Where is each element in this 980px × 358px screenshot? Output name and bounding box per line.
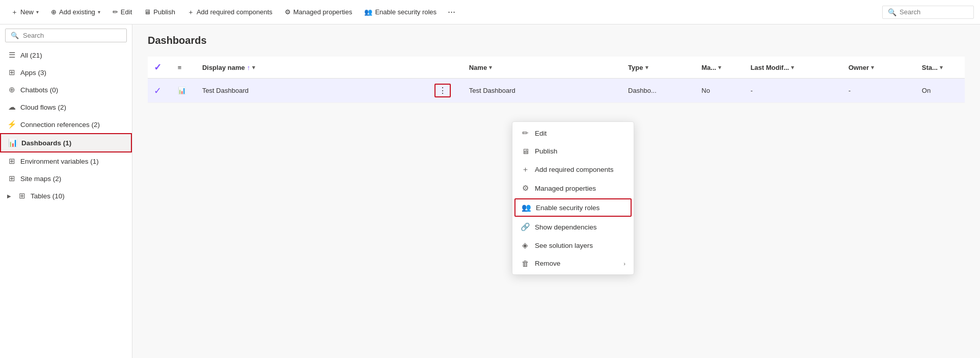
sidebar-item-apps-label: Apps (3) [20,69,46,76]
new-chevron-icon: ▾ [36,9,39,15]
chatbots-icon: ⊕ [7,85,16,94]
apps-icon: ⊞ [7,68,16,77]
modified-col-label: Last Modif... [750,64,789,71]
remove-menu-icon: 🗑 [521,259,530,268]
sidebar-item-tables-label: Tables (10) [31,192,65,200]
status-col-label: Sta... [922,64,938,71]
menu-item-edit[interactable]: ✏ Edit [512,124,634,142]
sidebar-item-chatbots[interactable]: ⊕ Chatbots (0) [0,81,132,98]
status-filter-icon[interactable]: ▾ [940,64,943,71]
toolbar-search-input[interactable] [900,8,968,16]
publish-button[interactable]: 🖥 Publish [139,5,180,19]
sidebar-item-cloud-flows[interactable]: ☁ Cloud flows (2) [0,98,132,116]
sidebar: 🔍 ☰ All (21) ⊞ Apps (3) ⊕ Chatbots (0) ☁… [0,24,132,358]
row-owner: - [842,79,916,103]
add-existing-icon: ⊕ [51,8,57,16]
menu-item-managed-props[interactable]: ⚙ Managed properties [512,179,634,197]
sidebar-item-site-maps[interactable]: ⊞ Site maps (2) [0,170,132,187]
edit-menu-label: Edit [535,130,547,137]
data-table: ✓ ≡ Display name ↑ ▾ [148,57,965,103]
row-name: Test Dashboard [463,79,622,103]
remove-chevron-icon: › [623,261,625,267]
sidebar-item-env-vars[interactable]: ⊞ Environment variables (1) [0,152,132,170]
publish-icon: 🖥 [144,8,151,16]
main-layout: 🔍 ☰ All (21) ⊞ Apps (3) ⊕ Chatbots (0) ☁… [0,24,980,358]
sidebar-search-icon: 🔍 [11,32,19,39]
sidebar-item-all[interactable]: ☰ All (21) [0,46,132,64]
table-row: ✓ 📊 Test Dashboard ⋮ Test Dashboard Dash… [148,79,965,103]
publish-menu-icon: 🖥 [521,147,530,156]
sidebar-item-connection-refs-label: Connection references (2) [20,121,100,129]
name-filter-icon[interactable]: ▾ [489,64,492,71]
sidebar-search-input[interactable] [23,32,121,39]
add-required-menu-icon: ＋ [521,165,530,174]
col-header-modified[interactable]: Last Modif... ▾ [744,57,842,79]
sidebar-item-env-vars-label: Environment variables (1) [20,158,99,165]
row-list-icon-cell: 📊 [172,79,196,103]
row-display-name: Test Dashboard [196,79,429,103]
col-header-check: ✓ [148,57,172,79]
menu-item-add-required[interactable]: ＋ Add required components [512,160,634,179]
col-header-managed[interactable]: Ma... ▾ [695,57,744,79]
type-col-label: Type [628,64,643,71]
managed-properties-button[interactable]: ⚙ Managed properties [280,5,358,19]
col-header-name[interactable]: Name ▾ [463,57,622,79]
add-required-label: Add required components [197,8,273,16]
plus-icon: ＋ [11,8,18,17]
menu-item-show-deps[interactable]: 🔗 Show dependencies [512,218,634,236]
publish-label: Publish [153,8,175,16]
menu-item-remove[interactable]: 🗑 Remove › [512,254,634,272]
menu-item-publish[interactable]: 🖥 Publish [512,142,634,160]
modified-filter-icon[interactable]: ▾ [791,64,794,71]
site-maps-icon: ⊞ [7,174,16,183]
new-label: New [20,8,34,16]
sidebar-item-tables[interactable]: ▶ ⊞ Tables (10) [0,187,132,204]
content-area: Dashboards ✓ ≡ Display name ↑ ▾ [132,24,980,358]
row-check[interactable]: ✓ [148,79,172,103]
sort-chevron-icon[interactable]: ▾ [252,64,255,71]
security-menu-icon: 👥 [522,203,531,212]
toolbar-search: 🔍 [882,6,974,19]
sort-asc-icon: ↑ [247,64,251,71]
managed-filter-icon[interactable]: ▾ [718,64,721,71]
row-context-menu-button[interactable]: ⋮ [434,84,451,97]
dashboards-icon: 📊 [8,138,17,147]
security-roles-button[interactable]: 👥 Enable security roles [359,5,442,19]
more-options-button[interactable]: ··· [444,5,459,19]
list-icon: ≡ [178,64,182,71]
new-button[interactable]: ＋ New ▾ [6,5,44,20]
type-filter-icon[interactable]: ▾ [645,64,648,71]
row-actions-cell: ⋮ [428,79,462,103]
col-header-list: ≡ [172,57,196,79]
owner-filter-icon[interactable]: ▾ [871,64,874,71]
sidebar-item-dashboards[interactable]: 📊 Dashboards (1) [0,133,132,152]
deps-menu-label: Show dependencies [535,223,597,231]
menu-item-solution-layers[interactable]: ◈ See solution layers [512,236,634,254]
deps-menu-icon: 🔗 [521,222,530,232]
remove-menu-label: Remove [535,260,560,267]
add-existing-button[interactable]: ⊕ Add existing ▾ [46,5,105,19]
toolbar-search-icon: 🔍 [888,8,896,16]
sidebar-item-chatbots-label: Chatbots (0) [20,86,58,94]
sidebar-item-dashboards-label: Dashboards (1) [21,139,71,147]
check-all-icon[interactable]: ✓ [154,62,161,72]
col-header-display-name[interactable]: Display name ↑ ▾ [196,57,429,79]
edit-button[interactable]: ✏ Edit [107,5,137,19]
add-existing-label: Add existing [59,8,95,16]
managed-menu-icon: ⚙ [521,184,530,193]
menu-item-enable-security[interactable]: 👥 Enable security roles [514,198,632,217]
display-name-col-label: Display name [202,64,245,71]
row-list-icon: 📊 [178,87,186,94]
env-vars-icon: ⊞ [7,157,16,166]
col-header-type[interactable]: Type ▾ [622,57,695,79]
owner-col-label: Owner [849,64,869,71]
col-header-owner[interactable]: Owner ▾ [842,57,916,79]
sidebar-item-connection-refs[interactable]: ⚡ Connection references (2) [0,116,132,133]
col-header-status[interactable]: Sta... ▾ [916,57,965,79]
all-icon: ☰ [7,50,16,60]
managed-label: Managed properties [293,8,352,16]
connection-refs-icon: ⚡ [7,120,16,129]
cloud-flows-icon: ☁ [7,103,16,112]
sidebar-item-apps[interactable]: ⊞ Apps (3) [0,64,132,81]
add-required-button[interactable]: ＋ Add required components [182,5,278,20]
